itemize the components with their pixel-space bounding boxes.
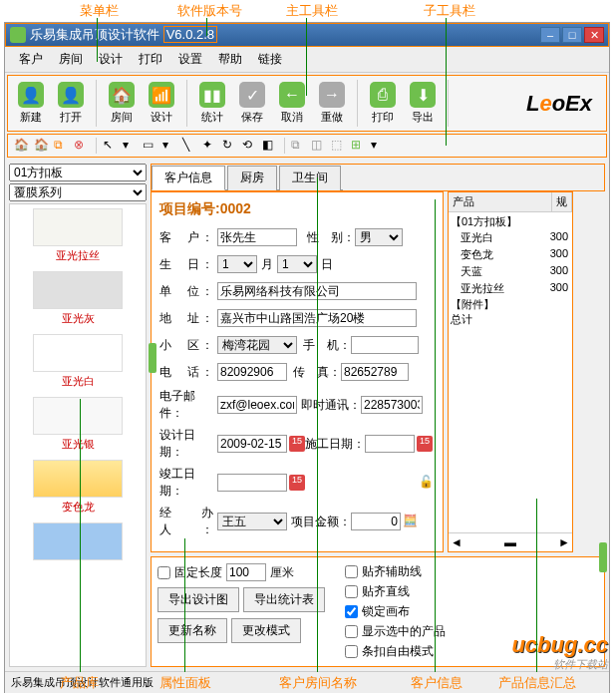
menu-links[interactable]: 链接 — [250, 49, 290, 70]
fixed-length-checkbox[interactable] — [157, 566, 170, 579]
calendar-icon[interactable]: 15 — [417, 436, 433, 452]
tool-icon[interactable]: ⬚ — [331, 138, 347, 154]
swatch-item[interactable]: 亚光灰 — [10, 267, 146, 330]
scroll-handle-left[interactable] — [149, 343, 156, 373]
copy-icon[interactable]: ⧉ — [54, 138, 70, 154]
tool-icon[interactable]: ⟲ — [242, 138, 258, 154]
design-date-input[interactable] — [217, 435, 287, 453]
summary-scroll[interactable]: ◄ ▬ ► — [449, 532, 572, 551]
minimize-button[interactable]: – — [540, 27, 560, 43]
calendar-icon[interactable]: 15 — [289, 436, 305, 452]
lock-icon[interactable]: 🔓 — [419, 475, 435, 491]
tb-new[interactable]: 👤新建 — [12, 80, 50, 127]
email-input[interactable] — [217, 396, 297, 414]
tab-bathroom[interactable]: 卫生间 — [279, 166, 341, 190]
work-date-input[interactable] — [365, 435, 415, 453]
swatch-item[interactable]: 亚光拉丝 — [10, 204, 146, 267]
maximize-button[interactable]: □ — [562, 27, 582, 43]
project-id: 项目编号:0002 — [159, 200, 435, 218]
amount-input[interactable] — [351, 513, 401, 530]
annotation-line — [206, 18, 207, 36]
lock-canvas-checkbox[interactable] — [345, 605, 358, 618]
annotation-line — [435, 199, 436, 672]
col-product[interactable]: 产品 — [449, 192, 552, 211]
swatch-item[interactable]: 亚光银 — [10, 393, 146, 456]
category-select-1[interactable]: 01方扣板 — [9, 164, 147, 181]
swatch-item[interactable] — [10, 519, 146, 566]
calculator-icon[interactable]: 🧮 — [403, 514, 419, 529]
delete-icon[interactable]: ⊗ — [74, 138, 90, 154]
snap-guide-checkbox[interactable] — [345, 565, 358, 578]
update-name-button[interactable]: 更新名称 — [157, 618, 227, 643]
im-input[interactable] — [361, 396, 423, 414]
rect-icon[interactable]: ▭ — [143, 138, 158, 154]
show-selected-checkbox[interactable] — [345, 625, 358, 638]
gender-select[interactable]: 男 — [355, 228, 403, 246]
month-unit: 月 — [261, 256, 273, 273]
mobile-input[interactable] — [351, 336, 419, 354]
scroll-thumb[interactable]: ▬ — [504, 535, 516, 549]
tab-kitchen[interactable]: 厨房 — [227, 166, 277, 190]
swatch-list[interactable]: 亚光拉丝 亚光灰 亚光白 亚光银 变色龙 — [9, 203, 147, 667]
swatch-item[interactable]: 亚光白 — [10, 330, 146, 393]
grid-icon[interactable]: ⊞ — [351, 138, 367, 154]
annotation-version: 软件版本号 — [177, 2, 242, 20]
tool-icon[interactable]: ↻ — [222, 138, 238, 154]
tb-save[interactable]: ✓保存 — [233, 80, 271, 127]
close-button[interactable]: ✕ — [584, 27, 604, 43]
tabs: 客户信息 厨房 卫生间 — [152, 165, 343, 190]
district-select[interactable]: 梅湾花园 — [217, 336, 297, 354]
fax-input[interactable] — [341, 363, 409, 381]
line-icon[interactable]: ╲ — [182, 138, 198, 154]
handler-select[interactable]: 王五 — [217, 513, 287, 530]
main-toolbar: 👤新建 👤打开 🏠房间 📶设计 ▮▮统计 ✓保存 ←取消 →重做 ⎙打印 ⬇导出… — [7, 75, 607, 132]
export-design-button[interactable]: 导出设计图 — [157, 587, 239, 612]
phone-input[interactable] — [217, 363, 287, 381]
tool-icon[interactable]: ◧ — [262, 138, 278, 154]
content-area: 01方扣板 覆膜系列 亚光拉丝 亚光灰 亚光白 亚光银 变色龙 客户信息 厨房 … — [5, 160, 609, 671]
menu-help[interactable]: 帮助 — [210, 49, 250, 70]
finish-date-input[interactable] — [217, 474, 287, 492]
change-mode-button[interactable]: 更改模式 — [231, 618, 301, 643]
export-stats-button[interactable]: 导出统计表 — [243, 587, 325, 612]
dropdown-icon[interactable]: ▾ — [162, 138, 178, 154]
summary-total: 总计 — [451, 312, 570, 327]
scroll-handle-right[interactable] — [599, 542, 607, 572]
home-icon: 🏠 — [109, 82, 135, 108]
customer-input[interactable] — [217, 228, 297, 246]
menu-customer[interactable]: 客户 — [11, 49, 51, 70]
col-spec[interactable]: 规 — [552, 192, 572, 211]
home-plus-icon[interactable]: 🏠 — [34, 138, 50, 154]
scroll-left-icon[interactable]: ◄ — [451, 535, 462, 549]
summary-row: 亚光拉丝300 — [451, 280, 570, 297]
birth-day-select[interactable]: 1 — [277, 255, 317, 273]
snap-line-checkbox[interactable] — [345, 585, 358, 598]
tb-export[interactable]: ⬇导出 — [404, 80, 442, 127]
tool-icon[interactable]: ⧉ — [291, 138, 307, 154]
menu-settings[interactable]: 设置 — [170, 49, 210, 70]
tb-room[interactable]: 🏠房间 — [103, 80, 141, 127]
birth-month-select[interactable]: 1 — [217, 255, 257, 273]
menu-room[interactable]: 房间 — [51, 49, 91, 70]
scroll-right-icon[interactable]: ► — [558, 535, 570, 549]
pointer-icon[interactable]: ↖ — [103, 138, 119, 154]
strip-free-checkbox[interactable] — [345, 645, 358, 658]
dropdown-icon[interactable]: ▾ — [371, 138, 387, 154]
version-label: V6.0.2.8 — [163, 26, 217, 43]
tb-open[interactable]: 👤打开 — [52, 80, 90, 127]
tb-design[interactable]: 📶设计 — [143, 80, 180, 127]
swatch-item[interactable]: 变色龙 — [10, 456, 146, 519]
menu-print[interactable]: 打印 — [131, 49, 170, 70]
tool-icon[interactable]: ✦ — [202, 138, 218, 154]
tb-redo[interactable]: →重做 — [313, 80, 351, 127]
category-select-2[interactable]: 覆膜系列 — [9, 183, 147, 201]
tb-print[interactable]: ⎙打印 — [364, 80, 402, 127]
calendar-icon[interactable]: 15 — [289, 475, 305, 491]
fixed-length-input[interactable] — [226, 563, 266, 581]
tab-customer-info[interactable]: 客户信息 — [152, 166, 225, 190]
dropdown-icon[interactable]: ▾ — [123, 138, 139, 154]
home-icon[interactable]: 🏠 — [14, 138, 30, 154]
summary-row: 天蓝300 — [451, 263, 570, 280]
tool-icon[interactable]: ◫ — [311, 138, 327, 154]
tb-stats[interactable]: ▮▮统计 — [193, 80, 231, 127]
